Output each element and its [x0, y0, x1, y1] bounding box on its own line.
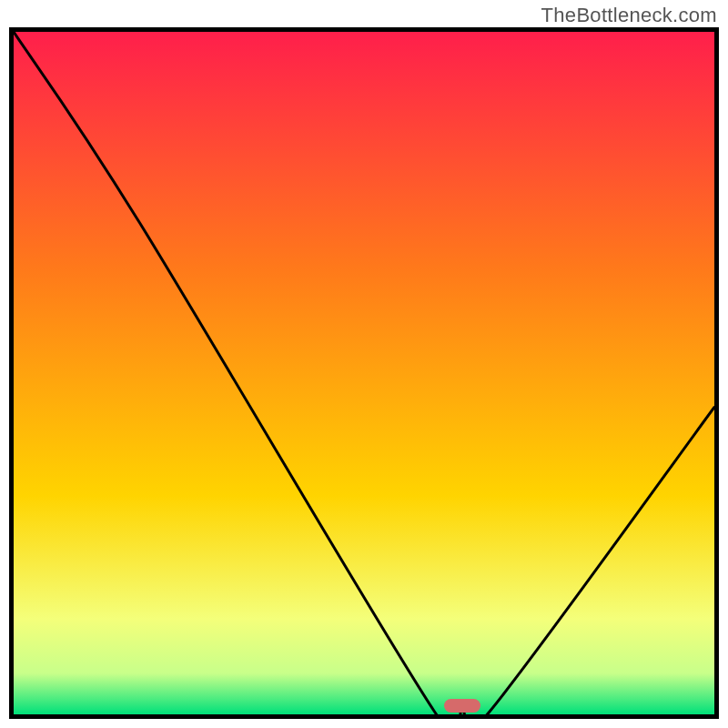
optimal-marker — [444, 699, 480, 713]
curve-layer — [14, 32, 714, 714]
chart-frame — [9, 27, 719, 719]
watermark-text: TheBottleneck.com — [541, 4, 717, 27]
bottleneck-curve — [14, 32, 714, 714]
plot-area — [14, 32, 714, 714]
chart-container: TheBottleneck.com — [0, 0, 728, 728]
